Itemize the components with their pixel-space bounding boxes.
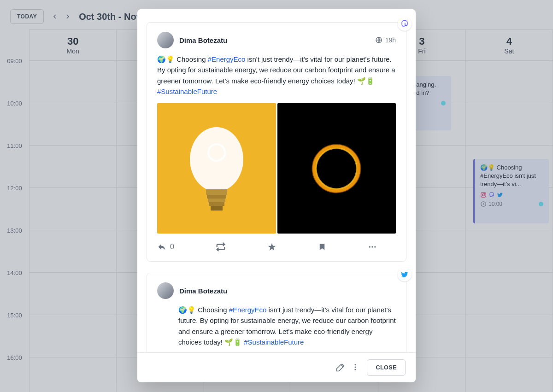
svg-rect-11 (209, 202, 224, 206)
svg-point-13 (314, 146, 359, 191)
post-image[interactable] (277, 103, 396, 234)
svg-rect-12 (211, 206, 223, 211)
svg-point-20 (355, 367, 356, 368)
svg-point-18 (374, 246, 376, 247)
post-images (157, 103, 396, 234)
post-image[interactable] (157, 103, 276, 234)
svg-point-14 (316, 148, 357, 189)
post-card-mastodon: Dima Botezatu 19h 🌍💡 Choosing #EnergyEco… (147, 22, 406, 262)
svg-rect-8 (206, 189, 227, 195)
hashtag[interactable]: #EnergyEco (229, 306, 267, 314)
bookmark-button[interactable] (318, 242, 326, 252)
favorite-button[interactable] (267, 242, 276, 252)
more-options-button[interactable] (351, 363, 360, 372)
hashtag[interactable]: #SustainableFuture (157, 88, 217, 95)
avatar (157, 282, 174, 299)
svg-point-16 (369, 246, 370, 247)
modal-overlay[interactable]: Dima Botezatu 19h 🌍💡 Choosing #EnergyEco… (0, 0, 553, 392)
post-text: 🌍💡 Choosing #EnergyEco isn't just trendy… (157, 304, 396, 347)
globe-icon (375, 36, 382, 44)
svg-point-6 (190, 127, 243, 192)
hashtag[interactable]: #SustainableFuture (244, 338, 304, 346)
post-card-twitter: Dima Botezatu 🌍💡 Choosing #EnergyEco isn… (147, 273, 406, 352)
svg-point-15 (312, 145, 360, 193)
reply-button[interactable]: 0 (157, 242, 174, 252)
more-button[interactable] (368, 242, 377, 252)
post-age: 19h (385, 36, 396, 44)
close-button[interactable]: CLOSE (367, 359, 406, 376)
svg-point-21 (355, 369, 356, 370)
svg-point-19 (355, 364, 356, 365)
boost-button[interactable] (216, 242, 226, 252)
edit-button[interactable] (335, 363, 345, 372)
svg-rect-9 (207, 195, 226, 199)
hashtag[interactable]: #EnergyEco (208, 55, 246, 63)
mastodon-badge (398, 17, 412, 31)
post-text: 🌍💡 Choosing #EnergyEco isn't just trendy… (157, 54, 396, 97)
twitter-badge (398, 268, 412, 281)
author-name: Dima Botezatu (179, 287, 227, 295)
author-name: Dima Botezatu (179, 36, 227, 44)
svg-point-17 (371, 246, 373, 247)
svg-rect-10 (208, 199, 225, 202)
avatar (157, 32, 174, 48)
post-detail-modal: Dima Botezatu 19h 🌍💡 Choosing #EnergyEco… (137, 9, 416, 382)
